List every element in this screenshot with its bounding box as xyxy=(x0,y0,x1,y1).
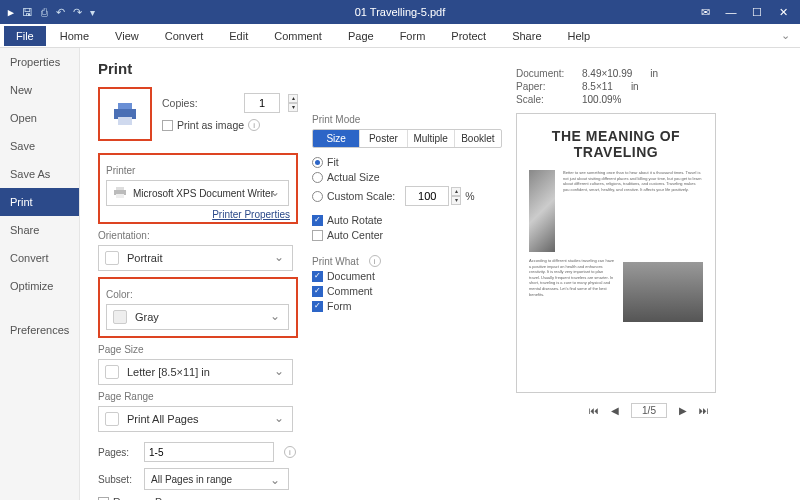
menu-help[interactable]: Help xyxy=(556,26,603,46)
pagerange-select[interactable]: Print All Pages xyxy=(98,406,293,432)
preview-meta: Document:8.49×10.99in Paper:8.5×11in Sca… xyxy=(516,68,782,105)
subset-label: Subset: xyxy=(98,474,138,485)
pw-comment-checkbox[interactable] xyxy=(312,286,323,297)
sidebar-save[interactable]: Save xyxy=(0,132,79,160)
copies-input[interactable] xyxy=(244,93,280,113)
minimize-button[interactable]: — xyxy=(718,2,744,22)
subset-select[interactable]: All Pages in range xyxy=(144,468,289,490)
menu-view[interactable]: View xyxy=(103,26,151,46)
nav-last-icon[interactable]: ⏭ xyxy=(699,405,709,416)
collapse-ribbon-icon[interactable]: ⌄ xyxy=(781,29,790,42)
info-icon[interactable]: i xyxy=(248,119,260,131)
scale-up[interactable]: ▴ xyxy=(451,187,461,196)
copies-down[interactable]: ▾ xyxy=(288,103,298,112)
pagesize-value: Letter [8.5×11] in xyxy=(127,366,210,378)
copies-label: Copies: xyxy=(162,97,198,109)
meta-scale-value: 100.09% xyxy=(582,94,621,105)
menu-home[interactable]: Home xyxy=(48,26,101,46)
auto-center-label: Auto Center xyxy=(327,229,383,241)
file-sidebar: Properties New Open Save Save As Print S… xyxy=(0,48,80,500)
orientation-select[interactable]: Portrait xyxy=(98,245,293,271)
seg-booklet[interactable]: Booklet xyxy=(455,130,501,147)
info-icon[interactable]: i xyxy=(369,255,381,267)
printer-select[interactable]: Microsoft XPS Document Writer xyxy=(106,180,289,206)
menu-protect[interactable]: Protect xyxy=(439,26,498,46)
print-button[interactable] xyxy=(98,87,152,141)
nav-prev-icon[interactable]: ◀ xyxy=(611,405,619,416)
app-logo-icon: ▸ xyxy=(8,6,14,19)
preview-image-2 xyxy=(623,262,703,322)
sidebar-share[interactable]: Share xyxy=(0,216,79,244)
meta-doc-label: Document: xyxy=(516,68,574,79)
window-title: 01 Travelling-5.pdf xyxy=(0,6,800,18)
custom-scale-input[interactable] xyxy=(405,186,449,206)
copies-up[interactable]: ▴ xyxy=(288,94,298,103)
menu-comment[interactable]: Comment xyxy=(262,26,334,46)
redo-icon[interactable]: ↷ xyxy=(73,6,82,19)
sidebar-saveas[interactable]: Save As xyxy=(0,160,79,188)
sidebar-convert[interactable]: Convert xyxy=(0,244,79,272)
info-icon[interactable]: i xyxy=(284,446,296,458)
menu-edit[interactable]: Edit xyxy=(217,26,260,46)
scale-down[interactable]: ▾ xyxy=(451,196,461,205)
sidebar-properties[interactable]: Properties xyxy=(0,48,79,76)
undo-icon[interactable]: ↶ xyxy=(56,6,65,19)
fit-label: Fit xyxy=(327,156,339,168)
printmode-label: Print Mode xyxy=(312,114,502,125)
radio-custom[interactable] xyxy=(312,191,323,202)
seg-size[interactable]: Size xyxy=(313,130,360,147)
preview-image-1 xyxy=(529,170,555,252)
sidebar-new[interactable]: New xyxy=(0,76,79,104)
seg-poster[interactable]: Poster xyxy=(360,130,407,147)
custom-unit: % xyxy=(465,190,474,202)
radio-actual[interactable] xyxy=(312,172,323,183)
nav-page-indicator[interactable]: 1/5 xyxy=(631,403,667,418)
close-button[interactable]: ✕ xyxy=(770,2,796,22)
seg-multiple[interactable]: Multiple xyxy=(408,130,455,147)
maximize-button[interactable]: ☐ xyxy=(744,2,770,22)
dropdown-icon[interactable]: ▾ xyxy=(90,7,95,18)
menu-form[interactable]: Form xyxy=(388,26,438,46)
menu-page[interactable]: Page xyxy=(336,26,386,46)
color-select[interactable]: Gray xyxy=(106,304,289,330)
reverse-pages-checkbox[interactable] xyxy=(98,497,109,501)
custom-label: Custom Scale: xyxy=(327,190,395,202)
mail-icon[interactable]: ✉ xyxy=(692,2,718,22)
svg-rect-1 xyxy=(118,103,132,109)
auto-center-checkbox[interactable] xyxy=(312,230,323,241)
sidebar-preferences[interactable]: Preferences xyxy=(0,316,79,344)
orientation-label: Orientation: xyxy=(98,230,298,241)
save-icon[interactable]: 🖫 xyxy=(22,6,33,18)
print-icon[interactable]: ⎙ xyxy=(41,6,48,18)
printwhat-label: Print What xyxy=(312,256,359,267)
pw-form-checkbox[interactable] xyxy=(312,301,323,312)
preview-nav: ⏮ ◀ 1/5 ▶ ⏭ xyxy=(516,403,782,418)
pagerange-label: Page Range xyxy=(98,391,298,402)
auto-rotate-checkbox[interactable] xyxy=(312,215,323,226)
nav-next-icon[interactable]: ▶ xyxy=(679,405,687,416)
menu-convert[interactable]: Convert xyxy=(153,26,216,46)
nav-first-icon[interactable]: ⏮ xyxy=(589,405,599,416)
pw-form-label: Form xyxy=(327,300,352,312)
menu-file[interactable]: File xyxy=(4,26,46,46)
sidebar-open[interactable]: Open xyxy=(0,104,79,132)
svg-rect-5 xyxy=(116,194,124,198)
color-swatch-icon xyxy=(113,310,127,324)
print-preview: THE MEANING OF TRAVELING Better to see s… xyxy=(516,113,716,393)
sidebar-print[interactable]: Print xyxy=(0,188,79,216)
pw-document-checkbox[interactable] xyxy=(312,271,323,282)
meta-doc-value: 8.49×10.99 xyxy=(582,68,632,79)
menu-share[interactable]: Share xyxy=(500,26,553,46)
radio-fit[interactable] xyxy=(312,157,323,168)
sidebar-optimize[interactable]: Optimize xyxy=(0,272,79,300)
printer-properties-link[interactable]: Printer Properties xyxy=(106,209,290,220)
portrait-icon xyxy=(105,251,119,265)
svg-rect-4 xyxy=(116,187,124,190)
menubar: File Home View Convert Edit Comment Page… xyxy=(0,24,800,48)
color-section-highlight: Color: Gray xyxy=(98,277,298,338)
pages-input[interactable] xyxy=(144,442,274,462)
print-as-image-checkbox[interactable] xyxy=(162,120,173,131)
pages-label: Pages: xyxy=(98,447,138,458)
pagesize-label: Page Size xyxy=(98,344,298,355)
pagesize-select[interactable]: Letter [8.5×11] in xyxy=(98,359,293,385)
